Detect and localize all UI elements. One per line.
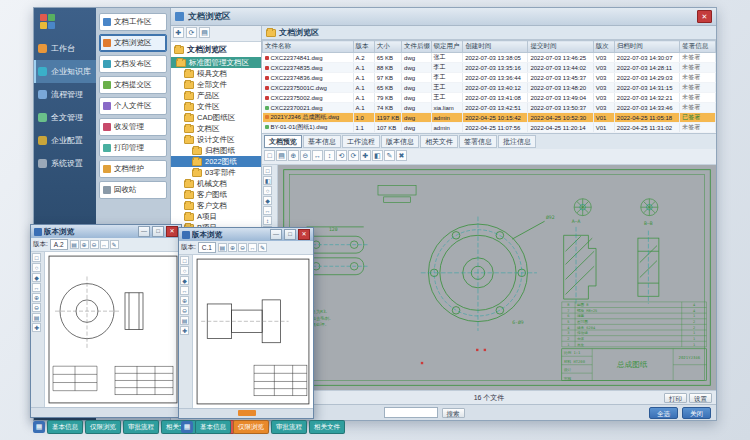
version-action-button[interactable]: 基本信息 <box>195 420 231 434</box>
zoom-in-icon[interactable]: ⊕ <box>80 240 89 249</box>
column-header[interactable]: 锁定用户 <box>431 41 463 53</box>
select-all-button[interactable]: 全选 <box>649 407 678 419</box>
close-button[interactable]: 关闭 <box>682 407 711 419</box>
pan-h-icon[interactable]: ↔ <box>263 206 272 215</box>
table-row[interactable]: CXC22375001C.dwgA.165 KBdwg王工2022-07-03 … <box>263 83 716 93</box>
maximize-icon[interactable]: □ <box>284 229 296 240</box>
tree-root[interactable]: 文档浏览区 <box>171 42 261 57</box>
column-header[interactable]: 版次 <box>593 41 614 53</box>
tree-item[interactable]: 客户图纸 <box>171 189 261 200</box>
zoom-in-icon[interactable]: ⊕ <box>228 243 237 252</box>
pan-icon[interactable]: ↔ <box>248 243 257 252</box>
document-actions-icon[interactable]: ▦ <box>33 421 45 433</box>
version-drawing-canvas[interactable] <box>193 255 313 408</box>
zoomin-icon[interactable]: ⊕ <box>32 293 41 302</box>
app-menu-item[interactable]: 全文管理 <box>34 106 96 129</box>
search-button[interactable]: 搜索 <box>442 408 465 418</box>
tree-item[interactable]: 文档区 <box>171 123 261 134</box>
table-row[interactable]: CXC22374835.dwgA.188 KBdwg李工2022-07-03 1… <box>263 63 716 73</box>
sidebar-item[interactable]: 打印管理 <box>99 139 167 157</box>
column-header[interactable]: 归档时间 <box>614 41 679 53</box>
version-action-button[interactable]: 仅限浏览 <box>233 420 269 434</box>
preview-tab[interactable]: 相关文件 <box>420 135 458 148</box>
version-drawing-canvas[interactable] <box>45 252 181 407</box>
select-icon[interactable]: □ <box>264 150 275 161</box>
zoom-out-icon[interactable]: ⊖ <box>90 240 99 249</box>
table-row[interactable]: CXC22375002.dwgA.179 KBdwg王工2022-07-03 1… <box>263 93 716 103</box>
zoomout-icon[interactable]: ⊖ <box>180 306 189 315</box>
rotate-left-icon[interactable]: ⟲ <box>336 150 347 161</box>
measure-icon[interactable]: ✚ <box>180 326 189 335</box>
close-icon[interactable]: ✕ <box>166 226 178 237</box>
annotate-icon[interactable]: ✎ <box>384 150 395 161</box>
sidebar-item[interactable]: 文档浏览区 <box>99 34 167 52</box>
app-menu-item[interactable]: 系统设置 <box>34 152 96 175</box>
version-action-button[interactable]: 审批流程 <box>271 420 307 434</box>
preview-tab[interactable]: 基本信息 <box>303 135 341 148</box>
layer-icon[interactable]: ◧ <box>263 176 272 185</box>
cad-viewport[interactable]: 120Ø926-Ø9A—AB—B 技术要求1.未注圆角为R3。2.锐边倒钝去毛刺… <box>278 165 716 390</box>
version-action-button[interactable]: 仅限浏览 <box>85 420 121 434</box>
fit-view-icon[interactable]: □ <box>32 253 41 262</box>
tree-item[interactable]: 03零部件 <box>171 167 261 178</box>
column-header[interactable]: 签署信息 <box>680 41 716 53</box>
version-action-button[interactable]: 基本信息 <box>47 420 83 434</box>
tree-item[interactable]: 设计文件区 <box>171 134 261 145</box>
tree-item[interactable]: 标准图管理文档区 <box>171 57 261 68</box>
search-input[interactable] <box>384 407 438 418</box>
new-folder-icon[interactable]: ✚ <box>173 27 184 38</box>
markup-icon[interactable]: ✎ <box>110 240 119 249</box>
preview-tab[interactable]: 文档预览 <box>264 135 302 148</box>
snap-icon[interactable]: ◆ <box>263 196 272 205</box>
version-action-button[interactable]: 审批流程 <box>123 420 159 434</box>
pan-vertical-icon[interactable]: ↕ <box>324 150 335 161</box>
document-actions-icon[interactable]: ▦ <box>181 421 193 433</box>
preview-tab[interactable]: 工作流程 <box>342 135 380 148</box>
table-row[interactable]: 2021YJ346 总成图纸.dwg1.01197 KBdwgadmin2022… <box>263 113 716 123</box>
refresh-icon[interactable]: ⟳ <box>186 27 197 38</box>
minimize-icon[interactable]: — <box>270 229 282 240</box>
preview-footer-button[interactable]: 设置 <box>689 393 712 403</box>
sidebar-item[interactable]: 文档提交区 <box>99 76 167 94</box>
app-menu-item[interactable]: 流程管理 <box>34 83 96 106</box>
fit-view-icon[interactable]: □ <box>180 256 189 265</box>
markup-icon[interactable]: ✎ <box>258 243 267 252</box>
column-header[interactable]: 大小 <box>374 41 401 53</box>
measure-icon[interactable]: ✚ <box>360 150 371 161</box>
preview-tab[interactable]: 批注信息 <box>498 135 536 148</box>
layers-icon[interactable]: ◧ <box>372 150 383 161</box>
version-select[interactable]: A.2 <box>50 239 68 250</box>
close-preview-icon[interactable]: ✖ <box>396 150 407 161</box>
zoom-in-icon[interactable]: ⊕ <box>288 150 299 161</box>
close-icon[interactable]: ✕ <box>298 229 310 240</box>
tree-item[interactable]: 文件区 <box>171 101 261 112</box>
pan-v-icon[interactable]: ↕ <box>263 216 272 225</box>
table-row[interactable]: BY-01-01(图纸1).dwg1.1107 KBdwgadmin2022-0… <box>263 123 716 133</box>
tree-item[interactable]: 产品区 <box>171 90 261 101</box>
sidebar-item[interactable]: 回收站 <box>99 181 167 199</box>
column-header[interactable]: 文件名称 <box>263 41 354 53</box>
app-menu-item[interactable]: 工作台 <box>34 37 96 60</box>
close-icon[interactable]: ✕ <box>697 10 712 23</box>
pan-icon[interactable]: ↔ <box>180 286 189 295</box>
tree-item[interactable]: 归档图纸 <box>171 145 261 156</box>
zoom-out-icon[interactable]: ⊖ <box>300 150 311 161</box>
version-select[interactable]: C.1 <box>198 242 216 253</box>
fit-view-icon[interactable]: □ <box>263 166 272 175</box>
tree-item[interactable]: 客户文档 <box>171 200 261 211</box>
selected-version-marker[interactable] <box>238 410 256 416</box>
preview-footer-button[interactable]: 打印 <box>664 393 687 403</box>
sidebar-item[interactable]: 文档发布区 <box>99 55 167 73</box>
tree-item[interactable]: 全部文件 <box>171 79 261 90</box>
table-row[interactable]: CXC22374841.dwgA.265 KBdwg张工2022-07-03 1… <box>263 53 716 63</box>
sidebar-item[interactable]: 文档工作区 <box>99 13 167 31</box>
snap-icon[interactable]: ◆ <box>180 276 189 285</box>
version-action-button[interactable]: 相关文件 <box>309 420 345 434</box>
pan-icon[interactable]: ↔ <box>32 283 41 292</box>
circle-icon[interactable]: ○ <box>32 263 41 272</box>
zoom-out-icon[interactable]: ⊖ <box>238 243 247 252</box>
pan-horizontal-icon[interactable]: ↔ <box>312 150 323 161</box>
tree-item[interactable]: 2022图纸 <box>171 156 261 167</box>
app-menu-item[interactable]: 企业知识库 <box>34 60 96 83</box>
snap-icon[interactable]: ◆ <box>32 273 41 282</box>
